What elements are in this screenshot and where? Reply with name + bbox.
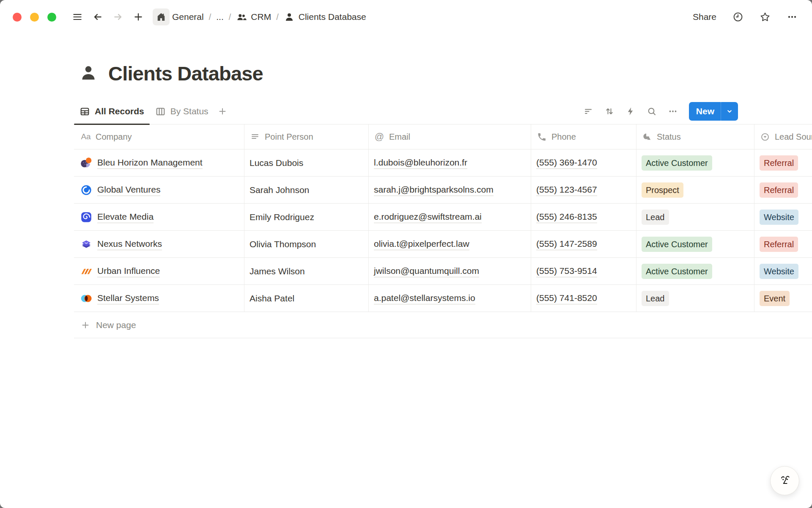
company-link[interactable]: Urban Influence: [97, 265, 160, 277]
status-cell[interactable]: Prospect: [636, 177, 754, 203]
favorite-button[interactable]: [760, 11, 771, 22]
zoom-window-button[interactable]: [47, 13, 56, 22]
breadcrumb-crm[interactable]: CRM: [236, 11, 271, 22]
close-window-button[interactable]: [13, 13, 22, 22]
status-badge[interactable]: Active Customer: [642, 237, 712, 252]
email-cell[interactable]: jwilson@quantumquill.com: [369, 258, 531, 284]
company-cell[interactable]: Elevate Media: [74, 204, 244, 230]
column-header-status[interactable]: Status: [636, 124, 754, 149]
back-button[interactable]: [89, 8, 106, 25]
lead-source-cell[interactable]: Referral: [754, 177, 812, 203]
column-header-lead-source[interactable]: Lead Source: [754, 124, 812, 149]
phone-cell[interactable]: (555) 753-9514: [531, 258, 636, 284]
point-person-cell[interactable]: Emily Rodriguez: [244, 204, 369, 230]
company-link[interactable]: Bleu Horizon Management: [97, 157, 203, 169]
company-cell[interactable]: Global Ventures: [74, 177, 244, 203]
company-link[interactable]: Nexus Networks: [97, 238, 162, 250]
point-person-cell[interactable]: Olivia Thompson: [244, 231, 369, 257]
lead-source-badge[interactable]: Referral: [760, 155, 798, 171]
email-cell[interactable]: olivia.t@pixelperfect.law: [369, 231, 531, 257]
automations-button[interactable]: [622, 103, 639, 120]
lead-source-badge[interactable]: Event: [760, 291, 790, 306]
email-cell[interactable]: a.patel@stellarsystems.io: [369, 285, 531, 312]
minimize-window-button[interactable]: [30, 13, 39, 22]
sidebar-menu-button[interactable]: [69, 8, 86, 25]
column-header-company[interactable]: Aa Company: [74, 124, 244, 149]
assistant-button[interactable]: [770, 466, 799, 495]
company-link[interactable]: Stellar Systems: [97, 292, 159, 304]
phone-cell[interactable]: (555) 741-8520: [531, 285, 636, 312]
new-page-button[interactable]: New page: [74, 312, 812, 338]
status-cell[interactable]: Active Customer: [636, 258, 754, 284]
point-person-cell[interactable]: James Wilson: [244, 258, 369, 284]
share-button[interactable]: Share: [693, 12, 716, 22]
sort-icon: [604, 106, 614, 116]
home-button[interactable]: [153, 8, 170, 25]
search-button[interactable]: [643, 103, 660, 120]
status-cell[interactable]: Lead: [636, 285, 754, 312]
company-cell[interactable]: Urban Influence: [74, 258, 244, 284]
point-person-cell[interactable]: Lucas Dubois: [244, 149, 369, 176]
column-header-phone[interactable]: Phone: [531, 124, 636, 149]
point-person-cell[interactable]: Sarah Johnson: [244, 177, 369, 203]
updates-button[interactable]: [732, 11, 743, 22]
lead-source-cell[interactable]: Website: [754, 204, 812, 230]
company-link[interactable]: Global Ventures: [97, 184, 160, 196]
column-header-point-person[interactable]: Point Person: [244, 124, 369, 149]
filter-button[interactable]: [580, 103, 597, 120]
lead-source-cell[interactable]: Referral: [754, 231, 812, 257]
lead-source-badge[interactable]: Website: [760, 264, 798, 279]
sort-button[interactable]: [601, 103, 618, 120]
lead-source-badge[interactable]: Referral: [760, 237, 798, 252]
status-cell[interactable]: Active Customer: [636, 231, 754, 257]
column-header-email[interactable]: @ Email: [369, 124, 531, 149]
email-cell[interactable]: sarah.j@brightsparksolns.com: [369, 177, 531, 203]
status-badge[interactable]: Prospect: [642, 182, 683, 198]
breadcrumb-ellipsis[interactable]: ...: [216, 12, 224, 22]
board-view-icon: [155, 106, 166, 117]
phone-cell[interactable]: (555) 246-8135: [531, 204, 636, 230]
chevron-down-icon: [725, 107, 734, 116]
add-view-button[interactable]: [214, 103, 231, 120]
table-row: Stellar Systems Aisha Patel a.patel@stel…: [74, 284, 812, 312]
lead-source-badge[interactable]: Referral: [760, 182, 798, 198]
company-cell[interactable]: Bleu Horizon Management: [74, 149, 244, 176]
email-text: olivia.t@pixelperfect.law: [374, 238, 469, 250]
breadcrumb-general[interactable]: General: [172, 12, 204, 22]
company-cell[interactable]: Nexus Networks: [74, 231, 244, 257]
plus-icon: [217, 106, 228, 116]
company-link[interactable]: Elevate Media: [97, 211, 154, 223]
page-icon[interactable]: [79, 63, 98, 84]
status-badge[interactable]: Active Customer: [642, 155, 712, 171]
status-badge[interactable]: Lead: [642, 210, 669, 225]
table-header: Aa Company Point Person @ Email Phone St…: [74, 124, 812, 149]
phone-cell[interactable]: (555) 123-4567: [531, 177, 636, 203]
more-options-button[interactable]: [787, 11, 798, 22]
breadcrumb-clients-database[interactable]: Clients Database: [284, 11, 366, 22]
status-cell[interactable]: Lead: [636, 204, 754, 230]
phone-cell[interactable]: (555) 147-2589: [531, 231, 636, 257]
point-person-text: Sarah Johnson: [250, 185, 309, 195]
status-cell[interactable]: Active Customer: [636, 149, 754, 176]
page-title[interactable]: Clients Database: [108, 62, 263, 85]
status-badge[interactable]: Active Customer: [642, 264, 712, 279]
view-options-button[interactable]: [664, 103, 681, 120]
lead-source-cell[interactable]: Referral: [754, 149, 812, 176]
company-cell[interactable]: Stellar Systems: [74, 285, 244, 312]
lead-source-cell[interactable]: Event: [754, 285, 812, 312]
lead-source-badge[interactable]: Website: [760, 210, 798, 225]
email-cell[interactable]: e.rodriguez@swiftstream.ai: [369, 204, 531, 230]
table-row: Bleu Horizon Management Lucas Dubois l.d…: [74, 149, 812, 176]
ellipsis-icon: [787, 11, 798, 22]
phone-cell[interactable]: (555) 369-1470: [531, 149, 636, 176]
lead-source-cell[interactable]: Website: [754, 258, 812, 284]
status-badge[interactable]: Lead: [642, 291, 669, 306]
point-person-cell[interactable]: Aisha Patel: [244, 285, 369, 312]
new-tab-button[interactable]: [130, 8, 147, 25]
new-dropdown-button[interactable]: [721, 102, 738, 121]
tab-all-records[interactable]: All Records: [74, 99, 150, 124]
forward-button[interactable]: [110, 8, 126, 25]
email-cell[interactable]: l.dubois@bleuhorizon.fr: [369, 149, 531, 176]
new-button[interactable]: New: [689, 102, 738, 121]
tab-by-status[interactable]: By Status: [150, 99, 214, 124]
